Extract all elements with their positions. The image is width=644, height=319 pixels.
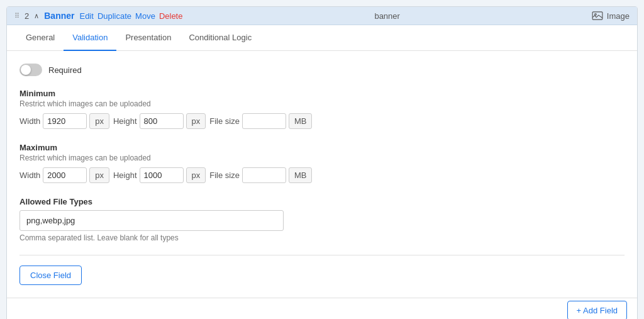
max-height-input[interactable] bbox=[140, 167, 184, 183]
allowed-types-input[interactable] bbox=[19, 210, 284, 231]
field-type: Image bbox=[592, 11, 630, 21]
maximum-fields-row: Width px Height px File size MB bbox=[19, 167, 625, 183]
move-link[interactable]: Move bbox=[135, 11, 155, 21]
tab-presentation[interactable]: Presentation bbox=[116, 25, 180, 51]
allowed-types-label: Allowed File Types bbox=[19, 197, 625, 206]
tab-conditional-logic[interactable]: Conditional Logic bbox=[180, 25, 260, 51]
field-actions: Edit Duplicate Move Delete bbox=[79, 11, 182, 21]
edit-link[interactable]: Edit bbox=[79, 11, 93, 21]
min-filesize-unit: MB bbox=[289, 113, 313, 129]
add-field-button[interactable]: + Add Field bbox=[567, 301, 627, 319]
field-type-label: Image bbox=[607, 11, 630, 21]
field-editor-panel: ⠿ 2 ∧ Banner Edit Duplicate Move Delete … bbox=[6, 6, 638, 319]
maximum-section: Maximum Restrict which images can be upl… bbox=[19, 143, 625, 183]
top-bar: ⠿ 2 ∧ Banner Edit Duplicate Move Delete … bbox=[7, 7, 637, 25]
min-width-group: Width px bbox=[19, 113, 109, 129]
min-width-label: Width bbox=[19, 116, 40, 126]
required-row: Required bbox=[19, 64, 625, 76]
max-width-label: Width bbox=[19, 171, 40, 180]
required-label: Required bbox=[48, 65, 82, 75]
allowed-types-hint: Comma separated list. Leave blank for al… bbox=[19, 233, 625, 242]
min-height-label: Height bbox=[113, 116, 137, 126]
tab-content: Required Minimum Restrict which images c… bbox=[7, 51, 637, 298]
max-filesize-input[interactable] bbox=[242, 167, 286, 183]
required-toggle[interactable] bbox=[19, 64, 42, 76]
max-height-unit: px bbox=[186, 167, 206, 183]
allowed-types-section: Allowed File Types Comma separated list.… bbox=[19, 197, 625, 242]
min-width-unit: px bbox=[89, 113, 109, 129]
max-width-input[interactable] bbox=[43, 167, 87, 183]
max-width-group: Width px bbox=[19, 167, 109, 183]
min-filesize-group: File size MB bbox=[209, 113, 312, 129]
tabs-bar: General Validation Presentation Conditio… bbox=[7, 25, 637, 51]
max-filesize-label: File size bbox=[209, 171, 240, 180]
toggle-knob bbox=[21, 65, 31, 75]
svg-point-1 bbox=[594, 14, 596, 16]
field-number: 2 bbox=[25, 11, 29, 21]
min-filesize-label: File size bbox=[209, 116, 240, 126]
max-filesize-group: File size MB bbox=[209, 167, 312, 183]
delete-link[interactable]: Delete bbox=[159, 11, 183, 21]
minimum-fields-row: Width px Height px File size MB bbox=[19, 113, 625, 129]
max-height-label: Height bbox=[113, 171, 137, 180]
minimum-desc: Restrict which images can be uploaded bbox=[19, 99, 625, 108]
max-filesize-unit: MB bbox=[289, 167, 313, 183]
tab-general[interactable]: General bbox=[17, 25, 64, 51]
min-width-input[interactable] bbox=[43, 113, 87, 129]
field-key: banner bbox=[374, 11, 399, 21]
maximum-title: Maximum bbox=[19, 143, 625, 152]
section-divider bbox=[19, 255, 625, 255]
max-width-unit: px bbox=[89, 167, 109, 183]
tab-validation[interactable]: Validation bbox=[64, 25, 116, 51]
minimum-title: Minimum bbox=[19, 89, 625, 98]
minimum-section: Minimum Restrict which images can be upl… bbox=[19, 89, 625, 129]
min-filesize-input[interactable] bbox=[242, 113, 286, 129]
close-field-button[interactable]: Close Field bbox=[19, 266, 82, 285]
field-title: Banner bbox=[44, 11, 74, 21]
maximum-desc: Restrict which images can be uploaded bbox=[19, 154, 625, 162]
min-height-input[interactable] bbox=[140, 113, 184, 129]
chevron-up-icon[interactable]: ∧ bbox=[34, 12, 39, 20]
top-bar-left: ⠿ 2 ∧ Banner Edit Duplicate Move Delete bbox=[14, 11, 182, 21]
duplicate-link[interactable]: Duplicate bbox=[97, 11, 131, 21]
bottom-bar: + Add Field bbox=[7, 298, 637, 319]
max-height-group: Height px bbox=[113, 167, 206, 183]
drag-handle-icon[interactable]: ⠿ bbox=[14, 12, 19, 20]
min-height-group: Height px bbox=[113, 113, 206, 129]
min-height-unit: px bbox=[186, 113, 206, 129]
image-icon bbox=[592, 11, 603, 20]
